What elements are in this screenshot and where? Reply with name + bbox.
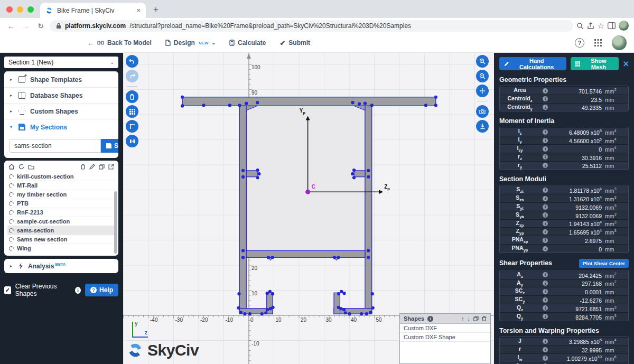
user-avatar[interactable] — [612, 35, 627, 50]
section-list-item[interactable]: PTB — [7, 199, 115, 208]
list-scrollbar[interactable] — [114, 191, 117, 254]
info-icon[interactable]: i — [543, 204, 548, 210]
section-list-item[interactable]: sample-cut-section — [7, 217, 115, 226]
delete-shape-button[interactable] — [126, 90, 138, 103]
close-panel-icon[interactable]: × — [623, 59, 629, 69]
reload-icon[interactable]: ↻ — [35, 22, 46, 30]
redo-button[interactable] — [126, 70, 138, 82]
info-icon[interactable]: i — [543, 339, 548, 344]
back-icon[interactable]: ← — [5, 22, 17, 30]
info-icon[interactable]: i — [543, 246, 548, 251]
back-to-model-button[interactable]: ← Back To Model — [87, 39, 152, 47]
sidebar-item-my-sections[interactable]: ▾ My Sections — [4, 119, 118, 135]
info-icon[interactable]: i — [427, 316, 433, 322]
info-icon[interactable]: i — [543, 212, 548, 218]
accordion-row[interactable]: ▸ Custom Shapes — [4, 103, 118, 119]
section-name-input[interactable] — [10, 139, 101, 153]
screenshot-camera-button[interactable] — [476, 105, 489, 118]
info-icon[interactable]: i — [75, 287, 81, 294]
section-list-item[interactable]: Wing — [7, 244, 115, 253]
info-icon[interactable]: i — [543, 238, 548, 243]
share-icon[interactable] — [587, 22, 594, 30]
sidebar-item-analysis[interactable]: ▸ AnalysisBETA — [4, 259, 118, 273]
move-up-icon[interactable]: ↑ — [461, 315, 464, 322]
delete-icon[interactable] — [80, 164, 86, 170]
info-icon[interactable]: i — [543, 314, 548, 319]
pan-button[interactable] — [476, 85, 489, 97]
mirror-offset-button[interactable] — [126, 135, 138, 147]
open-external-icon[interactable] — [108, 164, 114, 170]
info-icon[interactable]: i — [543, 163, 548, 168]
submit-button[interactable]: ✔ Submit — [279, 39, 310, 47]
forward-icon[interactable]: → — [20, 22, 32, 30]
section-list-item[interactable]: RnF-2213 — [7, 208, 115, 217]
info-icon[interactable]: i — [543, 289, 548, 294]
shape-list-item[interactable]: Custom DXF Shape — [400, 333, 490, 342]
info-icon[interactable]: i — [543, 297, 548, 303]
browser-profile-avatar[interactable] — [619, 21, 629, 31]
section-shape-icon — [8, 191, 15, 198]
info-icon[interactable]: i — [543, 196, 548, 201]
hand-calculations-button[interactable]: Hand Calculations — [499, 57, 566, 70]
help-icon[interactable]: ? — [575, 38, 584, 48]
shape-list-item[interactable]: Custom DXF — [400, 324, 490, 333]
section-list-item[interactable]: kirill-custom-section — [7, 172, 115, 181]
show-mesh-button[interactable]: Show Mesh — [571, 57, 619, 70]
maximize-window-button[interactable] — [27, 6, 34, 13]
section-selector[interactable]: Section 1 (New) ⌄ — [4, 57, 118, 68]
dimension-corner-button[interactable] — [126, 120, 138, 133]
info-icon[interactable]: i — [543, 96, 548, 101]
folder-icon[interactable] — [28, 164, 34, 170]
side-panel-icon[interactable] — [608, 22, 616, 29]
info-icon[interactable]: i — [543, 138, 548, 143]
section-list-item[interactable]: Sams new section — [7, 235, 115, 244]
move-down-icon[interactable]: ↓ — [468, 315, 471, 322]
undo-button[interactable] — [126, 55, 138, 68]
info-icon[interactable]: i — [543, 281, 548, 286]
info-icon[interactable]: i — [543, 146, 548, 152]
home-icon[interactable] — [8, 164, 15, 170]
section-list-item[interactable]: sams-section — [7, 226, 115, 235]
zoom-out-button[interactable] — [476, 70, 489, 82]
info-icon[interactable]: i — [543, 221, 548, 226]
bookmark-star-icon[interactable]: ☆ — [598, 21, 604, 31]
info-icon[interactable]: i — [543, 88, 548, 94]
info-icon[interactable]: i — [543, 105, 548, 110]
section-list-item[interactable]: my timber section — [7, 190, 115, 199]
clear-previous-shapes-checkbox[interactable]: ✓ — [4, 286, 11, 294]
mesh-grid-button[interactable] — [126, 105, 138, 118]
section-list-item[interactable]: MT-Rail — [7, 181, 115, 190]
edit-pencil-icon[interactable] — [89, 164, 95, 170]
save-button[interactable]: Save — [101, 139, 118, 153]
section-shape[interactable] — [182, 97, 436, 314]
zoom-in-button[interactable] — [476, 55, 489, 68]
refresh-icon[interactable] — [18, 164, 24, 170]
info-icon[interactable]: i — [543, 356, 548, 361]
info-icon[interactable]: i — [543, 305, 548, 311]
close-window-button[interactable] — [6, 6, 13, 13]
info-icon[interactable]: i — [543, 229, 548, 235]
tab-close-icon[interactable]: × — [136, 6, 141, 14]
download-button[interactable] — [476, 120, 489, 133]
browser-tab[interactable]: Bike Frame | SkyCiv × — [40, 3, 146, 18]
info-icon[interactable]: i — [543, 272, 548, 277]
duplicate-icon[interactable] — [473, 316, 479, 321]
minimize-window-button[interactable] — [17, 6, 23, 13]
info-icon[interactable]: i — [543, 188, 548, 193]
info-icon[interactable]: i — [543, 154, 548, 160]
new-tab-button[interactable]: + — [146, 4, 166, 18]
shapes-panel-header[interactable]: Shapes i ↑ ↓ — [400, 314, 490, 324]
design-menu[interactable]: DesignNEW ⌄ — [165, 39, 216, 46]
accordion-row[interactable]: ▸ Database Shapes — [4, 87, 118, 103]
apps-grid-icon[interactable] — [594, 39, 602, 47]
accordion-row[interactable]: ▸ Shape Templates — [4, 71, 118, 87]
calculate-button[interactable]: Calculate — [229, 39, 266, 46]
info-icon[interactable]: i — [543, 129, 548, 135]
plot-shear-center-button[interactable]: Plot Shear Center — [579, 259, 629, 268]
search-icon[interactable] — [576, 22, 584, 30]
address-input[interactable]: platform.skyciv.com/structural?preload_n… — [50, 20, 573, 32]
info-icon[interactable]: i — [543, 347, 548, 352]
delete-icon[interactable] — [482, 316, 487, 321]
copy-icon[interactable] — [99, 164, 105, 170]
help-button[interactable]: ? Help — [85, 284, 118, 296]
